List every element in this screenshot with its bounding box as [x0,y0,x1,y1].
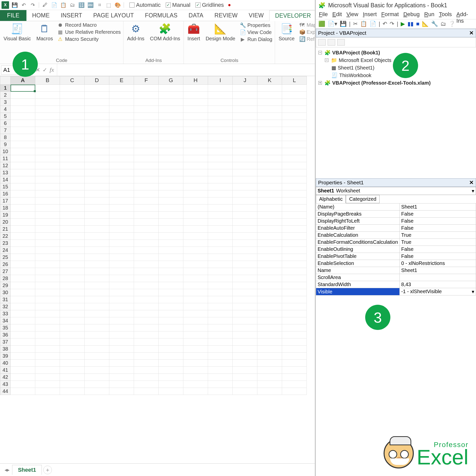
cell[interactable] [208,212,233,219]
cell[interactable] [233,303,257,310]
cell[interactable] [109,289,134,296]
cell[interactable] [35,317,60,324]
cell[interactable] [11,113,35,120]
cell[interactable] [11,282,35,289]
cell[interactable] [11,106,35,113]
view-object-icon[interactable] [328,39,335,46]
property-row[interactable]: Visible-1 - xlSheetVisible ▾ [316,288,476,295]
cell[interactable] [134,296,159,303]
cell[interactable] [35,120,60,127]
cell[interactable] [60,212,85,219]
cell[interactable] [257,261,282,268]
cell[interactable] [159,268,183,275]
cell[interactable] [183,296,208,303]
row-header[interactable]: 16 [0,190,11,197]
cell[interactable] [11,205,35,212]
row-header[interactable]: 28 [0,275,11,282]
row-header[interactable]: 39 [0,353,11,360]
cell[interactable] [183,162,208,169]
cell[interactable] [183,353,208,360]
cell[interactable] [60,162,85,169]
cell[interactable] [60,92,85,99]
cell[interactable] [85,169,109,176]
cell[interactable] [257,219,282,226]
cell[interactable] [60,261,85,268]
row-header[interactable]: 26 [0,261,11,268]
cell[interactable] [282,190,307,197]
cell[interactable] [208,268,233,275]
cell[interactable] [257,310,282,317]
cell[interactable] [35,148,60,155]
cell[interactable] [282,162,307,169]
cell[interactable] [208,190,233,197]
cell[interactable] [60,282,85,289]
column-header[interactable]: L [282,76,307,85]
cell[interactable] [282,381,307,388]
vba-menu-view[interactable]: View [346,11,358,19]
cell[interactable] [85,99,109,106]
cell[interactable] [134,85,159,92]
cell[interactable] [85,324,109,331]
cell[interactable] [233,353,257,360]
cell[interactable] [60,360,85,367]
cell[interactable] [35,85,60,92]
column-header[interactable]: G [159,76,183,85]
column-header[interactable]: J [233,76,257,85]
cell[interactable] [282,388,307,395]
cell[interactable] [233,134,257,141]
cell[interactable] [109,388,134,395]
cell[interactable] [233,183,257,190]
cell[interactable] [159,367,183,374]
cell[interactable] [109,233,134,240]
cell[interactable] [11,169,35,176]
cell[interactable] [134,254,159,261]
cell[interactable] [60,254,85,261]
row-header[interactable]: 33 [0,310,11,317]
cell[interactable] [85,353,109,360]
cell[interactable] [208,240,233,247]
cell[interactable] [35,254,60,261]
cell[interactable] [109,275,134,282]
cell[interactable] [208,162,233,169]
column-header[interactable]: K [257,76,282,85]
vba-tool-icon[interactable]: 💾 [340,21,347,27]
tab-categorized[interactable]: Categorized [346,195,380,203]
cell[interactable] [257,282,282,289]
property-row[interactable]: DisplayPageBreaksFalse [316,211,476,218]
cell[interactable] [233,360,257,367]
cell[interactable] [134,127,159,134]
column-header[interactable]: H [183,76,208,85]
cell[interactable] [109,205,134,212]
cell[interactable] [35,240,60,247]
properties-object-select[interactable]: Sheet1Worksheet▾ [316,187,476,195]
cell[interactable] [159,233,183,240]
cell[interactable] [60,303,85,310]
cell[interactable] [109,190,134,197]
cell[interactable] [11,296,35,303]
cell[interactable] [233,212,257,219]
cell[interactable] [109,353,134,360]
cell[interactable] [233,127,257,134]
cell[interactable] [208,303,233,310]
cell[interactable] [208,134,233,141]
cell[interactable] [11,360,35,367]
cell[interactable] [233,268,257,275]
cell[interactable] [60,296,85,303]
cell[interactable] [282,99,307,106]
cell[interactable] [35,233,60,240]
cell[interactable] [11,240,35,247]
cell[interactable] [85,303,109,310]
row-header[interactable]: 38 [0,346,11,353]
cell[interactable] [109,282,134,289]
cell[interactable] [183,346,208,353]
cell[interactable] [109,381,134,388]
cell[interactable] [109,212,134,219]
cell[interactable] [134,99,159,106]
cell[interactable] [109,169,134,176]
cell[interactable] [134,106,159,113]
cell[interactable] [233,190,257,197]
cell[interactable] [11,134,35,141]
cell[interactable] [208,289,233,296]
cell[interactable] [35,162,60,169]
cell[interactable] [35,205,60,212]
